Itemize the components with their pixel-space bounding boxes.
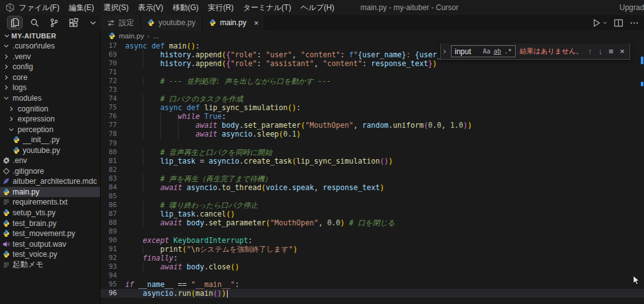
line-number[interactable]: 83 xyxy=(101,174,117,183)
more-actions-icon[interactable] xyxy=(630,18,639,28)
explorer-root-folder[interactable]: MY-AITUBER xyxy=(0,30,100,41)
code-line-80[interactable]: 80 # 音声再生と口パクを同時に開始 xyxy=(101,148,644,157)
code-line-76[interactable]: 76 while True: xyxy=(101,112,644,121)
code-line-90[interactable]: 90 except KeyboardInterrupt: xyxy=(101,236,644,245)
code-line-83[interactable]: 83 # 声を再生（再生完了まで待機） xyxy=(101,174,644,183)
breadcrumb-file[interactable]: main.py xyxy=(119,32,144,40)
menu-item[interactable]: 実行(R) xyxy=(208,3,234,13)
tab-main.py[interactable]: main.py× xyxy=(203,15,266,30)
line-number[interactable]: 77 xyxy=(101,121,117,130)
code-line-79[interactable]: 79 xyxy=(101,139,644,148)
line-number[interactable]: 82 xyxy=(101,166,117,174)
tree-item-main.py[interactable]: main.py xyxy=(0,187,100,198)
menu-item[interactable]: ファイル(F) xyxy=(19,3,59,13)
tree-item-.gitignore[interactable]: .gitignore xyxy=(0,166,100,177)
source-control-icon[interactable] xyxy=(47,16,61,29)
line-number[interactable]: 80 xyxy=(101,148,117,157)
close-icon[interactable]: × xyxy=(618,47,626,56)
chevron-down-icon[interactable] xyxy=(86,16,101,29)
line-number[interactable]: 92 xyxy=(101,254,117,262)
explorer-icon[interactable] xyxy=(8,16,22,29)
line-number[interactable]: 88 xyxy=(101,218,117,227)
tree-item-expression[interactable]: expression xyxy=(0,114,100,125)
line-number[interactable]: 91 xyxy=(101,245,117,254)
line-number[interactable]: 73 xyxy=(101,86,117,94)
code-line-89[interactable]: 89 xyxy=(101,227,644,236)
tree-item-.env[interactable]: .env xyxy=(0,155,100,166)
line-number[interactable]: 81 xyxy=(101,157,117,166)
tree-item-test_voice.py[interactable]: test_voice.py xyxy=(0,249,100,260)
line-number[interactable]: 71 xyxy=(101,68,117,77)
code-line-86[interactable]: 86 # 喋り終わったら口パク停止 xyxy=(101,201,644,210)
tree-item-setup_vts.py[interactable]: setup_vts.py xyxy=(0,208,100,218)
tree-item-test_movement.py[interactable]: test_movement.py xyxy=(0,228,100,239)
tree-item-requirements.txt[interactable]: requirements.txt xyxy=(0,197,100,208)
find-input[interactable]: input Aa ab .* xyxy=(451,45,516,57)
line-number[interactable]: 74 xyxy=(101,94,117,103)
code-line-85[interactable]: 85 xyxy=(101,192,644,201)
code-line-94[interactable]: 94 xyxy=(101,271,644,280)
code-line-82[interactable]: 82 xyxy=(101,166,644,174)
line-number[interactable]: 90 xyxy=(101,236,117,245)
tree-item-youtube.py[interactable]: youtube.py xyxy=(0,145,100,155)
search-icon[interactable] xyxy=(27,16,42,29)
code-line-93[interactable]: 93 await body.close() xyxy=(101,262,644,271)
tree-item-test_brain.py[interactable]: test_brain.py xyxy=(0,218,100,228)
line-number[interactable]: 17 xyxy=(101,42,117,50)
tree-item-config[interactable]: config xyxy=(0,62,100,72)
tree-item--[interactable]: 起動メモ xyxy=(0,259,100,270)
code-line-81[interactable]: 81 lip_task = asyncio.create_task(lip_sy… xyxy=(101,157,644,166)
code-line-78[interactable]: 78 await asyncio.sleep(0.1) xyxy=(101,130,644,138)
code-line-72[interactable]: 72 # --- 並列処理: 声を出しながら口を動かす --- xyxy=(101,77,644,86)
code-line-75[interactable]: 75 async def lip_sync_simulation(): xyxy=(101,103,644,112)
line-number[interactable]: 94 xyxy=(101,271,117,280)
split-editor-icon[interactable] xyxy=(614,18,623,28)
line-number[interactable]: 87 xyxy=(101,210,117,218)
code-editor[interactable]: 17async def main():69 history.append({"r… xyxy=(101,42,644,304)
menu-item[interactable]: 表示(V) xyxy=(138,3,163,13)
menu-item[interactable]: 移動(G) xyxy=(172,3,198,13)
tab-設定[interactable]: 設定 xyxy=(101,15,141,30)
tree-item-modules[interactable]: modules xyxy=(0,93,100,104)
next-match-icon[interactable]: ↓ xyxy=(597,47,604,56)
line-number[interactable]: 78 xyxy=(101,130,117,138)
line-number[interactable]: 69 xyxy=(101,50,117,59)
code-line-87[interactable]: 87 lip_task.cancel() xyxy=(101,210,644,218)
code-line-77[interactable]: 77 await body.set_parameter("MouthOpen",… xyxy=(101,121,644,130)
match-case-icon[interactable]: Aa xyxy=(481,48,492,55)
tree-item-logs[interactable]: logs xyxy=(0,82,100,93)
line-number[interactable]: 86 xyxy=(101,201,117,210)
line-number[interactable]: 93 xyxy=(101,262,117,271)
code-line-88[interactable]: 88 await body.set_parameter("MouthOpen",… xyxy=(101,218,644,227)
regex-icon[interactable]: .* xyxy=(502,48,513,55)
line-number[interactable]: 84 xyxy=(101,183,117,192)
line-number[interactable]: 79 xyxy=(101,139,117,148)
menu-item[interactable]: 選択(S) xyxy=(103,3,128,13)
tree-item-cognition[interactable]: cognition xyxy=(0,103,100,114)
line-number[interactable]: 95 xyxy=(101,280,117,289)
code-line-70[interactable]: 70 history.append({"role": "assistant", … xyxy=(101,59,644,68)
code-line-74[interactable]: 74 # 口パクのタスクを作成 xyxy=(101,94,644,103)
tree-item-.venv[interactable]: .venv xyxy=(0,52,100,62)
extensions-icon[interactable] xyxy=(67,16,81,29)
tree-item-aituber_architecture.mdc[interactable]: aituber_architecture.mdc xyxy=(0,176,100,187)
tab-youtube.py[interactable]: youtube.py xyxy=(141,15,203,30)
code-line-92[interactable]: 92 finally: xyxy=(101,254,644,262)
close-icon[interactable]: × xyxy=(254,19,259,27)
find-in-selection-icon[interactable]: ≡ xyxy=(608,47,615,56)
code-line-84[interactable]: 84 await asyncio.to_thread(voice.speak, … xyxy=(101,183,644,192)
tree-item-perception[interactable]: perception xyxy=(0,124,100,135)
toggle-replace-icon[interactable] xyxy=(442,48,447,55)
breadcrumb[interactable]: main.py › ... xyxy=(108,30,159,42)
breadcrumb-symbol[interactable]: ... xyxy=(153,32,159,40)
whole-word-icon[interactable]: ab xyxy=(492,48,502,55)
line-number[interactable]: 96 xyxy=(101,289,117,298)
line-number[interactable]: 70 xyxy=(101,59,117,68)
code-line-96[interactable]: 96 asyncio.run(main()) xyxy=(101,289,644,298)
line-number[interactable]: 75 xyxy=(101,103,117,112)
menu-item[interactable]: ヘルプ(H) xyxy=(301,3,335,13)
line-number[interactable]: 72 xyxy=(101,77,117,86)
menu-item[interactable]: ターミナル(T) xyxy=(243,3,291,13)
line-number[interactable]: 89 xyxy=(101,227,117,236)
previous-match-icon[interactable]: ↑ xyxy=(587,47,594,56)
